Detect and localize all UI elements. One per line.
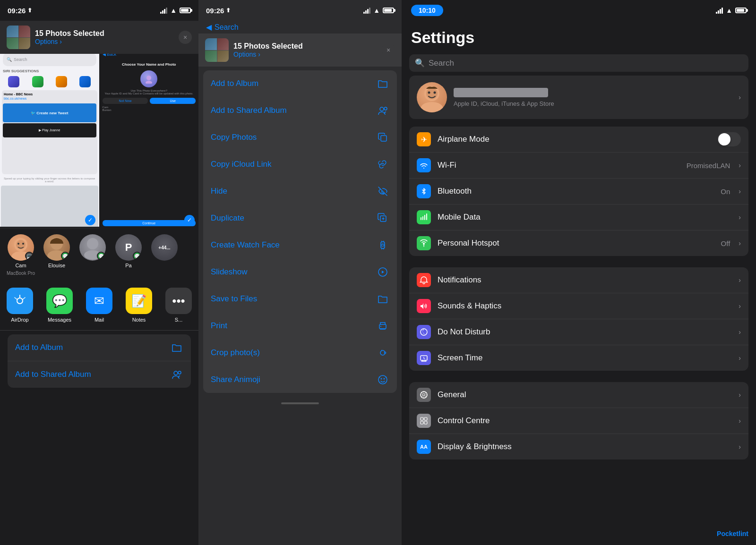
more-label: S... (175, 317, 183, 323)
print-icon (376, 319, 389, 332)
app-notes[interactable]: 📝 Notes (119, 288, 159, 323)
contact-generic[interactable]: 💬 (77, 234, 108, 276)
share-options-middle[interactable]: Options › (233, 51, 377, 58)
svg-point-30 (421, 102, 443, 112)
status-bar-middle: 09:26 ⬆ ▲ (198, 0, 402, 21)
menu-print[interactable]: Print (203, 313, 397, 340)
continue-btn[interactable]: Continue (103, 220, 196, 226)
airdrop-label: AirDrop (11, 317, 28, 323)
choose-photo-title: Choose Your Name and Photo (103, 60, 196, 68)
svg-rect-39 (421, 421, 423, 424)
menu-copy-icloud[interactable]: Copy iCloud Link (203, 151, 397, 178)
check-circle-1: ✓ (85, 215, 95, 225)
menu-watch-face[interactable]: Create Watch Face (203, 232, 397, 259)
contact-more[interactable]: +44... (149, 234, 180, 276)
share-menu-scroll[interactable]: Add to Album Add to Shared Album (198, 67, 402, 542)
contact-cam[interactable]: 💻 Cam MacBook Pro (6, 234, 36, 276)
svg-rect-40 (424, 421, 427, 424)
bluetooth-chevron: › (739, 187, 741, 195)
menu-add-shared-label: Add to Shared Album (15, 370, 91, 379)
pocketlint-text: ocketlint (721, 530, 748, 537)
save-files-icon (376, 292, 389, 306)
app-mail[interactable]: ✉ Mail (79, 288, 119, 323)
row-screen-time[interactable]: Screen Time › (409, 345, 748, 371)
display-icon: AA (417, 440, 431, 454)
svg-rect-37 (421, 417, 423, 420)
row-bluetooth[interactable]: Bluetooth On › (409, 179, 748, 204)
share-title-left: 15 Photos Selected (35, 29, 174, 38)
app-messages[interactable]: 💬 Messages (40, 288, 79, 323)
svg-rect-21 (379, 324, 386, 329)
row-mobile-data[interactable]: Mobile Data › (409, 204, 748, 230)
menu-add-album[interactable]: Add to Album (8, 334, 191, 361)
menu-save-files[interactable]: Save to Files (203, 286, 397, 313)
row-general[interactable]: General › (409, 382, 748, 408)
photo-strip-2: 20:33 ... ◀ Back Choose Your Name and Ph… (100, 45, 199, 229)
mobile-data-label: Mobile Data (438, 213, 732, 222)
shared-album-icon-mid (376, 104, 389, 117)
svg-point-12 (174, 371, 178, 375)
menu-add-shared-album[interactable]: Add to Shared Album (8, 361, 191, 388)
icloud-link-icon (376, 158, 389, 171)
row-notifications[interactable]: Notifications › (409, 267, 748, 293)
watch-icon (376, 238, 389, 252)
share-thumbnail-left (7, 26, 30, 49)
profile-info: Apple ID, iCloud, iTunes & App Store (454, 88, 732, 107)
search-bar-right[interactable]: 🔍 Search (409, 54, 748, 72)
row-dnd[interactable]: Do Not Disturb › (409, 319, 748, 345)
app-more[interactable]: ••• S... (159, 288, 198, 323)
contact-pa[interactable]: P 💬 Pa (113, 234, 144, 276)
svg-rect-38 (424, 417, 427, 420)
menu-copy-photos[interactable]: Copy Photos (203, 124, 397, 151)
svg-point-5 (17, 243, 19, 245)
hotspot-icon (417, 236, 431, 250)
row-display[interactable]: AA Display & Brightness › (409, 434, 748, 460)
bluetooth-label: Bluetooth (438, 187, 714, 196)
search-back-middle[interactable]: Search (215, 23, 239, 32)
svg-point-26 (381, 378, 382, 380)
share-thumbnail-middle (205, 38, 229, 62)
notifications-icon (417, 273, 431, 287)
row-wifi[interactable]: Wi-Fi PromisedLAN › (409, 153, 748, 179)
airplane-toggle[interactable] (717, 132, 741, 146)
row-hotspot[interactable]: Personal Hotspot Off › (409, 230, 748, 256)
screen-time-icon (417, 351, 431, 365)
hotspot-value: Off (721, 239, 730, 247)
row-sounds[interactable]: Sounds & Haptics › (409, 293, 748, 319)
pocketlint-logo: Pocketlint (717, 530, 748, 537)
notes-icon: 📝 (126, 288, 152, 314)
menu-animoji[interactable]: Share Animoji (203, 366, 397, 393)
menu-middle-add-album[interactable]: Add to Album (203, 70, 397, 97)
back-arrow-middle[interactable]: ◀ (206, 23, 212, 32)
contact-elouise[interactable]: 💬 Elouise (42, 234, 72, 276)
badge-imessage-elouise: 💬 (61, 252, 69, 260)
menu-slideshow[interactable]: Slideshow (203, 259, 397, 286)
contact-cam-sub: MacBook Pro (7, 271, 35, 276)
avatar-more-text: +44... (158, 245, 170, 250)
menu-hide[interactable]: Hide (203, 178, 397, 205)
row-control-centre[interactable]: Control Centre › (409, 408, 748, 434)
close-btn-left[interactable]: × (179, 31, 192, 44)
close-btn-middle[interactable]: × (382, 43, 395, 57)
dnd-chevron: › (739, 328, 741, 336)
mail-icon: ✉ (86, 288, 112, 314)
row-airplane-mode[interactable]: ✈ Airplane Mode (409, 127, 748, 153)
notifications-label: Notifications (438, 275, 732, 285)
scroll-hint-middle (281, 402, 319, 404)
app-airdrop[interactable]: AirDrop (0, 288, 40, 323)
svg-point-32 (434, 92, 436, 94)
share-options-left[interactable]: Options › (35, 38, 174, 45)
menu-duplicate[interactable]: Duplicate (203, 205, 397, 232)
contact-elouise-name: Elouise (48, 263, 65, 269)
menu-middle-add-shared[interactable]: Add to Shared Album (203, 97, 397, 124)
menu-crop[interactable]: Crop photo(s) (203, 340, 397, 366)
airdrop-icon (7, 288, 33, 314)
contact-pa-name: Pa (125, 263, 131, 269)
screen-time-chevron: › (739, 354, 741, 362)
profile-row[interactable]: Apple ID, iCloud, iTunes & App Store › (409, 76, 748, 119)
control-centre-icon (417, 414, 431, 428)
messages-icon: 💬 (46, 288, 73, 314)
general-label: General (438, 390, 732, 400)
slideshow-icon (376, 265, 389, 279)
svg-point-11 (17, 298, 23, 304)
